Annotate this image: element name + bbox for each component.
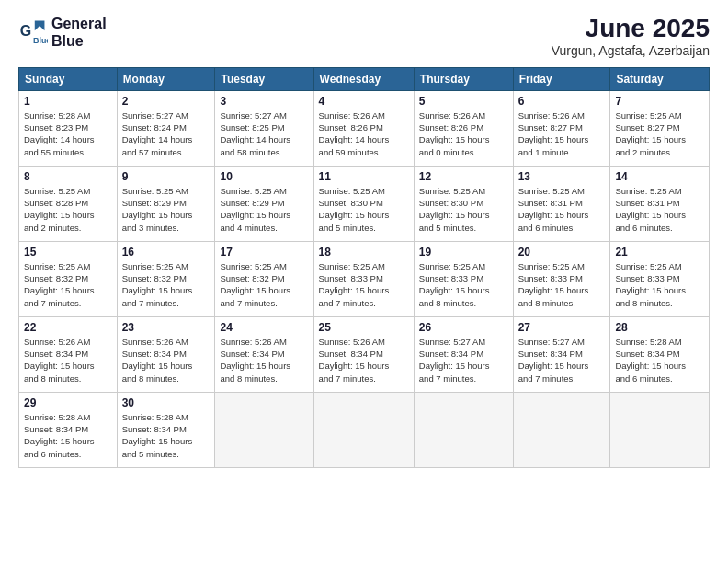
day-number: 27 (518, 321, 606, 334)
calendar-cell: 2Sunrise: 5:27 AMSunset: 8:24 PMDaylight… (117, 90, 215, 166)
logo-line2: Blue (51, 32, 107, 50)
day-info: Sunrise: 5:25 AMSunset: 8:28 PMDaylight:… (24, 185, 112, 234)
weekday-header-row: Sunday Monday Tuesday Wednesday Thursday… (19, 67, 710, 90)
week-row-2: 8Sunrise: 5:25 AMSunset: 8:28 PMDaylight… (19, 166, 710, 241)
logo-icon: G Blue (18, 17, 48, 47)
day-number: 11 (319, 170, 409, 183)
day-number: 7 (615, 95, 704, 108)
day-number: 10 (220, 170, 308, 183)
day-number: 24 (220, 321, 308, 334)
day-info: Sunrise: 5:25 AMSunset: 8:29 PMDaylight:… (122, 185, 210, 234)
day-info: Sunrise: 5:25 AMSunset: 8:32 PMDaylight:… (220, 260, 308, 309)
day-number: 16 (122, 246, 210, 259)
day-info: Sunrise: 5:27 AMSunset: 8:34 PMDaylight:… (518, 336, 606, 385)
calendar-title: June 2025 (552, 15, 710, 43)
calendar-cell: 18Sunrise: 5:25 AMSunset: 8:33 PMDayligh… (313, 241, 414, 316)
svg-text:Blue: Blue (33, 37, 48, 46)
calendar-cell: 15Sunrise: 5:25 AMSunset: 8:32 PMDayligh… (19, 241, 118, 316)
day-number: 25 (319, 321, 409, 334)
week-row-4: 22Sunrise: 5:26 AMSunset: 8:34 PMDayligh… (19, 316, 710, 392)
title-block: June 2025 Vurgun, Agstafa, Azerbaijan (552, 15, 710, 58)
calendar-cell: 14Sunrise: 5:25 AMSunset: 8:31 PMDayligh… (610, 166, 710, 241)
day-number: 15 (24, 246, 112, 259)
day-info: Sunrise: 5:25 AMSunset: 8:33 PMDaylight:… (419, 260, 508, 309)
header-thursday: Thursday (414, 67, 513, 90)
day-info: Sunrise: 5:25 AMSunset: 8:32 PMDaylight:… (122, 260, 210, 309)
day-info: Sunrise: 5:26 AMSunset: 8:34 PMDaylight:… (24, 336, 112, 385)
day-number: 1 (24, 95, 112, 108)
day-info: Sunrise: 5:28 AMSunset: 8:34 PMDaylight:… (615, 336, 704, 385)
day-info: Sunrise: 5:27 AMSunset: 8:24 PMDaylight:… (122, 109, 210, 158)
day-number: 13 (518, 170, 606, 183)
day-number: 22 (24, 321, 112, 334)
calendar-cell: 29Sunrise: 5:28 AMSunset: 8:34 PMDayligh… (19, 392, 118, 467)
calendar-table: Sunday Monday Tuesday Wednesday Thursday… (18, 67, 710, 468)
day-number: 21 (615, 246, 704, 259)
calendar-cell: 11Sunrise: 5:25 AMSunset: 8:30 PMDayligh… (313, 166, 414, 241)
day-number: 5 (419, 95, 508, 108)
day-info: Sunrise: 5:28 AMSunset: 8:34 PMDaylight:… (122, 411, 210, 460)
calendar-cell: 22Sunrise: 5:26 AMSunset: 8:34 PMDayligh… (19, 316, 118, 392)
header-friday: Friday (513, 67, 610, 90)
logo-line1: General (51, 15, 107, 32)
calendar-cell: 28Sunrise: 5:28 AMSunset: 8:34 PMDayligh… (610, 316, 710, 392)
day-number: 20 (518, 246, 606, 259)
day-info: Sunrise: 5:25 AMSunset: 8:30 PMDaylight:… (419, 185, 508, 234)
header-saturday: Saturday (610, 67, 710, 90)
day-number: 19 (419, 246, 508, 259)
calendar-cell (313, 392, 414, 467)
calendar-cell: 7Sunrise: 5:25 AMSunset: 8:27 PMDaylight… (610, 90, 710, 166)
day-info: Sunrise: 5:25 AMSunset: 8:31 PMDaylight:… (518, 185, 606, 234)
header-monday: Monday (117, 67, 215, 90)
day-number: 4 (319, 95, 409, 108)
day-info: Sunrise: 5:25 AMSunset: 8:33 PMDaylight:… (518, 260, 606, 309)
day-info: Sunrise: 5:27 AMSunset: 8:25 PMDaylight:… (220, 109, 308, 158)
header: G Blue General Blue June 2025 Vurgun, Ag… (18, 15, 710, 58)
calendar-cell: 16Sunrise: 5:25 AMSunset: 8:32 PMDayligh… (117, 241, 215, 316)
logo: G Blue General Blue (18, 15, 107, 50)
calendar-cell: 10Sunrise: 5:25 AMSunset: 8:29 PMDayligh… (215, 166, 313, 241)
day-info: Sunrise: 5:25 AMSunset: 8:29 PMDaylight:… (220, 185, 308, 234)
day-info: Sunrise: 5:27 AMSunset: 8:34 PMDaylight:… (419, 336, 508, 385)
day-info: Sunrise: 5:25 AMSunset: 8:31 PMDaylight:… (615, 185, 704, 234)
calendar-cell: 12Sunrise: 5:25 AMSunset: 8:30 PMDayligh… (414, 166, 513, 241)
day-number: 8 (24, 170, 112, 183)
calendar-cell: 3Sunrise: 5:27 AMSunset: 8:25 PMDaylight… (215, 90, 313, 166)
calendar-cell: 1Sunrise: 5:28 AMSunset: 8:23 PMDaylight… (19, 90, 118, 166)
day-info: Sunrise: 5:26 AMSunset: 8:26 PMDaylight:… (419, 109, 508, 158)
day-number: 12 (419, 170, 508, 183)
calendar-cell: 30Sunrise: 5:28 AMSunset: 8:34 PMDayligh… (117, 392, 215, 467)
day-info: Sunrise: 5:25 AMSunset: 8:33 PMDaylight:… (319, 260, 409, 309)
header-sunday: Sunday (19, 67, 118, 90)
day-number: 30 (122, 396, 210, 409)
day-info: Sunrise: 5:26 AMSunset: 8:27 PMDaylight:… (518, 109, 606, 158)
calendar-cell: 23Sunrise: 5:26 AMSunset: 8:34 PMDayligh… (117, 316, 215, 392)
calendar-cell (610, 392, 710, 467)
day-number: 14 (615, 170, 704, 183)
day-info: Sunrise: 5:26 AMSunset: 8:26 PMDaylight:… (319, 109, 409, 158)
calendar-cell (513, 392, 610, 467)
day-info: Sunrise: 5:28 AMSunset: 8:34 PMDaylight:… (24, 411, 112, 460)
day-info: Sunrise: 5:25 AMSunset: 8:32 PMDaylight:… (24, 260, 112, 309)
calendar-cell: 21Sunrise: 5:25 AMSunset: 8:33 PMDayligh… (610, 241, 710, 316)
calendar-cell: 25Sunrise: 5:26 AMSunset: 8:34 PMDayligh… (313, 316, 414, 392)
week-row-3: 15Sunrise: 5:25 AMSunset: 8:32 PMDayligh… (19, 241, 710, 316)
day-number: 29 (24, 396, 112, 409)
calendar-cell: 13Sunrise: 5:25 AMSunset: 8:31 PMDayligh… (513, 166, 610, 241)
calendar-cell: 4Sunrise: 5:26 AMSunset: 8:26 PMDaylight… (313, 90, 414, 166)
calendar-cell: 6Sunrise: 5:26 AMSunset: 8:27 PMDaylight… (513, 90, 610, 166)
day-info: Sunrise: 5:26 AMSunset: 8:34 PMDaylight:… (319, 336, 409, 385)
calendar-cell: 19Sunrise: 5:25 AMSunset: 8:33 PMDayligh… (414, 241, 513, 316)
week-row-1: 1Sunrise: 5:28 AMSunset: 8:23 PMDaylight… (19, 90, 710, 166)
day-info: Sunrise: 5:26 AMSunset: 8:34 PMDaylight:… (220, 336, 308, 385)
calendar-cell: 24Sunrise: 5:26 AMSunset: 8:34 PMDayligh… (215, 316, 313, 392)
day-number: 6 (518, 95, 606, 108)
week-row-5: 29Sunrise: 5:28 AMSunset: 8:34 PMDayligh… (19, 392, 710, 467)
svg-text:G: G (20, 23, 31, 39)
page: G Blue General Blue June 2025 Vurgun, Ag… (0, 0, 728, 563)
day-info: Sunrise: 5:25 AMSunset: 8:27 PMDaylight:… (615, 109, 704, 158)
day-number: 28 (615, 321, 704, 334)
calendar-cell (414, 392, 513, 467)
header-wednesday: Wednesday (313, 67, 414, 90)
day-number: 3 (220, 95, 308, 108)
